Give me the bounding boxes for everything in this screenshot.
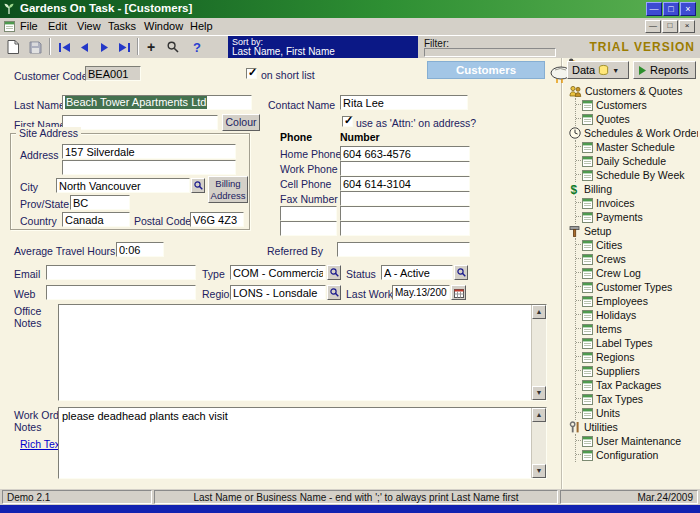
minimize-button[interactable]: —: [646, 2, 662, 16]
tree-item-invoices[interactable]: Invoices: [576, 196, 698, 210]
tree-item-quotes[interactable]: Quotes: [576, 112, 698, 126]
tree-item-regions[interactable]: Regions: [576, 350, 698, 364]
billing-address-button[interactable]: Billing Address: [208, 176, 248, 203]
tree-item-user-maintenance[interactable]: User Maintenance: [576, 434, 698, 448]
tree-item-crew-log[interactable]: Crew Log: [576, 266, 698, 280]
prov-state-field[interactable]: [70, 195, 130, 210]
sort-by-value[interactable]: Last Name, First Name: [232, 46, 335, 57]
phone-number-custom-2[interactable]: [340, 221, 470, 236]
tree-children-utilities: User MaintenanceConfiguration: [575, 434, 698, 462]
tree-group-setup[interactable]: Setup: [569, 224, 698, 238]
attn-checkbox[interactable]: [342, 116, 353, 127]
tree-item-master-schedule[interactable]: Master Schedule: [576, 140, 698, 154]
help-button[interactable]: ?: [187, 37, 207, 57]
phone-number-cell[interactable]: [340, 176, 470, 191]
menu-tasks[interactable]: Tasks: [108, 20, 136, 32]
maximize-button[interactable]: □: [663, 2, 679, 16]
tree-item-customers[interactable]: Customers: [576, 98, 698, 112]
save-button[interactable]: [25, 37, 45, 57]
phone-number-custom-1[interactable]: [340, 206, 470, 221]
tree-item-cities[interactable]: Cities: [576, 238, 698, 252]
customers-view-button[interactable]: Customers: [427, 61, 545, 79]
status-field[interactable]: [381, 265, 453, 280]
phone-number-fax[interactable]: [340, 191, 470, 206]
mdi-close-button[interactable]: ×: [679, 20, 695, 33]
find-button[interactable]: [163, 37, 183, 57]
new-record-button[interactable]: [3, 37, 23, 57]
on-short-list-checkbox[interactable]: [246, 68, 257, 79]
tree-children-billing: InvoicesPayments: [575, 196, 698, 224]
office-notes-input[interactable]: [59, 305, 530, 400]
last-record-button[interactable]: [114, 37, 134, 57]
first-name-field[interactable]: [62, 115, 218, 130]
web-field[interactable]: [46, 285, 196, 300]
reports-tab-button[interactable]: Reports: [633, 61, 696, 79]
referred-by-field[interactable]: [337, 242, 470, 257]
work-notes-scrollbar[interactable]: ▲ ▼: [531, 408, 546, 478]
tree-item-schedule-by-week[interactable]: Schedule By Week: [576, 168, 698, 182]
tree-item-daily-schedule[interactable]: Daily Schedule: [576, 154, 698, 168]
city-field[interactable]: [56, 178, 190, 193]
filter-field[interactable]: [424, 48, 556, 57]
tree-item-employees[interactable]: Employees: [576, 294, 698, 308]
tree-item-items[interactable]: Items: [576, 322, 698, 336]
region-field[interactable]: [230, 285, 326, 300]
tree-item-configuration[interactable]: Configuration: [576, 448, 698, 462]
tree-item-suppliers[interactable]: Suppliers: [576, 364, 698, 378]
tree-item-customer-types[interactable]: Customer Types: [576, 280, 698, 294]
address-line2-field[interactable]: [62, 160, 236, 175]
type-lookup-button[interactable]: [327, 265, 341, 280]
mdi-minimize-button[interactable]: —: [645, 20, 661, 33]
tree-group-schedules-work-orders[interactable]: Schedules & Work Orders: [569, 126, 698, 140]
reports-arrow-icon: [638, 66, 647, 75]
country-field[interactable]: [62, 212, 130, 227]
office-notes-scrollbar[interactable]: ▲ ▼: [531, 305, 546, 400]
previous-record-button[interactable]: [74, 37, 94, 57]
type-field[interactable]: [230, 265, 326, 280]
last-work-field[interactable]: [392, 285, 450, 300]
mdi-restore-button[interactable]: □: [662, 20, 678, 33]
scroll-up-icon[interactable]: ▲: [532, 305, 546, 319]
address-line1-field[interactable]: [62, 144, 236, 159]
colour-button[interactable]: Colour: [222, 114, 260, 131]
data-tab-button[interactable]: Data ▼: [567, 61, 629, 79]
menu-window[interactable]: Window: [144, 20, 183, 32]
menu-file[interactable]: File: [20, 20, 38, 32]
tree-item-units[interactable]: Units: [576, 406, 698, 420]
tree-item-holidays[interactable]: Holidays: [576, 308, 698, 322]
next-record-button[interactable]: [94, 37, 114, 57]
city-lookup-button[interactable]: [191, 178, 205, 193]
last-name-field[interactable]: Beach Tower Apartments Ltd: [62, 95, 252, 110]
menu-edit[interactable]: Edit: [48, 20, 67, 32]
tree-group-utilities[interactable]: Utilities: [569, 420, 698, 434]
tree-item-crews[interactable]: Crews: [576, 252, 698, 266]
email-field[interactable]: [46, 265, 196, 280]
tree-item-label-types[interactable]: Label Types: [576, 336, 698, 350]
scroll-down-icon[interactable]: ▼: [532, 386, 546, 400]
contact-name-field[interactable]: [340, 95, 468, 110]
rich-text-link[interactable]: Rich Text: [20, 438, 63, 450]
phone-number-home[interactable]: [340, 146, 470, 161]
last-work-calendar-button[interactable]: [451, 285, 466, 300]
average-travel-hours-field[interactable]: [116, 242, 164, 257]
tree-item-tax-packages[interactable]: Tax Packages: [576, 378, 698, 392]
tree-group-billing[interactable]: $Billing: [569, 182, 698, 196]
first-record-button[interactable]: [54, 37, 74, 57]
phone-label-custom-2[interactable]: [280, 221, 337, 236]
postal-code-field[interactable]: [190, 212, 244, 227]
add-record-button[interactable]: +: [141, 37, 161, 57]
work-order-notes-input[interactable]: please deadhead plants each visit: [59, 408, 530, 478]
phone-number-work[interactable]: [340, 161, 470, 176]
menu-help[interactable]: Help: [190, 20, 213, 32]
phone-label-custom-1[interactable]: [280, 206, 337, 221]
tree-children-schedules-work-orders: Master ScheduleDaily ScheduleSchedule By…: [575, 140, 698, 182]
region-lookup-button[interactable]: [327, 285, 341, 300]
tree-group-customers-quotes[interactable]: Customers & Quotes: [569, 84, 698, 98]
menu-view[interactable]: View: [77, 20, 101, 32]
scroll-up-icon[interactable]: ▲: [532, 408, 546, 422]
close-button[interactable]: ×: [680, 2, 696, 16]
tree-item-tax-types[interactable]: Tax Types: [576, 392, 698, 406]
scroll-down-icon[interactable]: ▼: [532, 464, 546, 478]
status-lookup-button[interactable]: [454, 265, 468, 280]
tree-item-payments[interactable]: Payments: [576, 210, 698, 224]
